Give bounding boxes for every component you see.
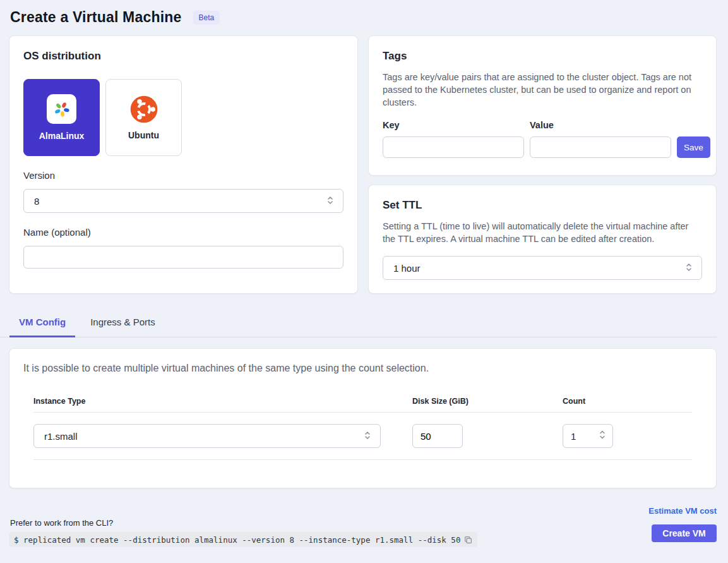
ttl-select-value: 1 hour bbox=[393, 263, 421, 274]
create-vm-button[interactable]: Create VM bbox=[652, 524, 717, 542]
count-cell bbox=[563, 424, 689, 448]
right-column: Tags Tags are key/value pairs that are a… bbox=[368, 35, 717, 294]
version-select-value: 8 bbox=[34, 196, 39, 207]
vm-table-row: r1.small bbox=[33, 413, 692, 460]
almalinux-icon bbox=[47, 94, 76, 124]
disk-size-input[interactable] bbox=[412, 424, 463, 448]
count-stepper[interactable] bbox=[563, 424, 613, 448]
name-label: Name (optional) bbox=[23, 227, 343, 238]
copy-icon[interactable] bbox=[464, 536, 472, 544]
beta-badge: Beta bbox=[193, 11, 220, 25]
os-tile-label-ubuntu: Ubuntu bbox=[128, 130, 159, 140]
vm-config-message: It is possible to create multiple virtua… bbox=[23, 363, 702, 374]
page-title: Create a Virtual Machine bbox=[10, 9, 182, 26]
tab-vm-config[interactable]: VM Config bbox=[9, 310, 75, 337]
os-tile-ubuntu[interactable]: Ubuntu bbox=[105, 79, 182, 156]
tags-title: Tags bbox=[383, 50, 702, 63]
tab-ingress-ports[interactable]: Ingress & Ports bbox=[81, 310, 165, 337]
count-input[interactable] bbox=[571, 431, 590, 442]
version-select[interactable]: 8 bbox=[23, 189, 343, 213]
instance-type-value: r1.small bbox=[44, 431, 78, 442]
config-tabs: VM Config Ingress & Ports bbox=[0, 310, 717, 337]
tag-value-field: Value bbox=[530, 120, 671, 158]
column-header-count: Count bbox=[563, 397, 689, 406]
cli-prompt: Prefer to work from the CLI? bbox=[10, 518, 113, 528]
chevron-updown-icon bbox=[684, 262, 693, 274]
os-tile-label-almalinux: AlmaLinux bbox=[39, 131, 85, 141]
estimate-vm-cost-link[interactable]: Estimate VM cost bbox=[648, 506, 717, 516]
tags-form-row: Key Value Save bbox=[383, 120, 702, 158]
save-tag-button[interactable]: Save bbox=[677, 136, 710, 158]
tag-key-label: Key bbox=[383, 120, 524, 130]
cli-command-chip: $ replicated vm create --distribution al… bbox=[9, 532, 477, 547]
vm-config-card: It is possible to create multiple virtua… bbox=[9, 348, 717, 488]
column-header-disk-size: Disk Size (GiB) bbox=[412, 397, 563, 406]
tag-value-label: Value bbox=[530, 120, 671, 130]
tag-value-input[interactable] bbox=[530, 136, 671, 158]
tags-card: Tags Tags are key/value pairs that are a… bbox=[368, 35, 717, 176]
cli-command-text: $ replicated vm create --distribution al… bbox=[14, 535, 460, 545]
chevron-updown-icon bbox=[363, 430, 372, 442]
os-tile-almalinux[interactable]: AlmaLinux bbox=[23, 79, 100, 156]
tag-key-input[interactable] bbox=[383, 136, 524, 158]
tag-key-field: Key bbox=[383, 120, 524, 158]
os-tiles: AlmaLinux Ubuntu bbox=[23, 79, 343, 156]
os-distribution-card: OS distribution AlmaLinux bbox=[9, 35, 358, 294]
set-ttl-card: Set TTL Setting a TTL (time to live) wil… bbox=[368, 185, 717, 294]
chevron-updown-icon[interactable] bbox=[598, 429, 607, 443]
vm-table: Instance Type Disk Size (GiB) Count r1.s… bbox=[23, 389, 702, 460]
version-label: Version bbox=[23, 170, 343, 181]
instance-type-cell: r1.small bbox=[33, 424, 412, 448]
chevron-updown-icon bbox=[326, 195, 335, 207]
ubuntu-icon bbox=[130, 95, 158, 123]
disk-size-cell bbox=[412, 424, 563, 448]
set-ttl-title: Set TTL bbox=[383, 199, 702, 212]
instance-type-select[interactable]: r1.small bbox=[33, 424, 381, 448]
column-header-instance-type: Instance Type bbox=[33, 397, 412, 406]
os-distribution-title: OS distribution bbox=[23, 50, 343, 63]
name-input[interactable] bbox=[23, 246, 343, 269]
tags-description: Tags are key/value pairs that are assign… bbox=[383, 71, 702, 109]
page-header: Create a Virtual Machine Beta bbox=[0, 0, 728, 26]
vm-table-header: Instance Type Disk Size (GiB) Count bbox=[33, 389, 692, 413]
ttl-select[interactable]: 1 hour bbox=[383, 256, 702, 280]
set-ttl-description: Setting a TTL (time to live) will automa… bbox=[383, 220, 702, 245]
top-cards-row: OS distribution AlmaLinux bbox=[9, 35, 719, 294]
